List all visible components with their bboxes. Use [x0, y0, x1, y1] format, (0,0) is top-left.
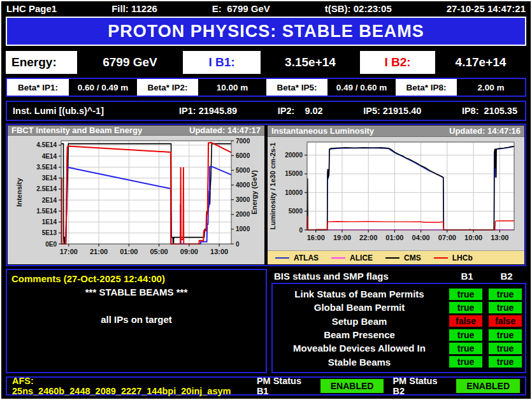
beta-ip2-label: Beta* IP2:: [137, 79, 198, 96]
svg-text:1E14: 1E14: [42, 218, 57, 225]
comments-line2: all IPs on target: [11, 314, 261, 325]
bis-row-global-permit: Global Beam Permit true true: [273, 302, 525, 313]
svg-text:4000: 4000: [236, 182, 250, 189]
comments-box: Comments (27-Oct-2025 12:44:00) *** STAB…: [6, 269, 267, 373]
svg-text:Intensity: Intensity: [15, 178, 23, 207]
lumi-ip5: IP5: 21915.40: [363, 106, 421, 116]
svg-text:3E14: 3E14: [42, 175, 57, 182]
top-status-bar: LHC Page1 Fill: 11226 E: 6799 GeV t(SB):…: [1, 1, 531, 15]
fill-number: Fill: 11226: [111, 3, 157, 14]
beta-star-row: Beta* IP1: 0.60 / 0.49 m Beta* IP2: 10.0…: [6, 78, 526, 97]
svg-text:0: 0: [299, 227, 303, 234]
bis-col-b1: B1: [447, 271, 487, 282]
lumi-ip8: IP8: 2105.35: [462, 106, 517, 116]
bis-row-stable-beams: Stable Beams true true: [273, 356, 525, 368]
comments-line1: *** STABLE BEAMS ***: [11, 287, 261, 297]
status-badge: true: [449, 356, 482, 368]
svg-text:3.5E14: 3.5E14: [36, 164, 57, 171]
fbct-chart-header: FBCT Intensity and Beam Energy Updated: …: [8, 125, 264, 136]
energy-intensity-row: Energy: 6799 GeV I B1: 3.15e+14 I B2: 4.…: [6, 51, 526, 74]
bis-col-b2: B2: [487, 271, 526, 282]
bis-row-link-status: Link Status of Beam Permits true true: [273, 289, 525, 300]
svg-text:5000: 5000: [236, 167, 250, 174]
inst-lumi-label: Inst. Lumi [(ub.s)^-1]: [7, 106, 179, 116]
bottom-section: Comments (27-Oct-2025 12:44:00) *** STAB…: [6, 269, 526, 373]
svg-text:5E13: 5E13: [42, 229, 57, 236]
beta-ip5-value: 0.49 / 0.60 m: [327, 79, 396, 96]
lumi-ip2: IP2: 9.02: [278, 106, 323, 116]
status-badge: true: [489, 356, 522, 368]
svg-text:07:00: 07:00: [438, 234, 456, 241]
svg-text:6000: 6000: [236, 152, 250, 159]
svg-text:04:00: 04:00: [412, 234, 430, 241]
svg-text:21:00: 21:00: [90, 248, 108, 255]
beam1-intensity-label: I B1:: [183, 51, 261, 74]
fbct-chart: 17:0021:0001:0005:0009:0013:000E05E131E1…: [8, 136, 262, 262]
fbct-chart-panel: FBCT Intensity and Beam Energy Updated: …: [8, 125, 264, 264]
fbct-chart-updated: Updated: 14:47:17: [189, 125, 261, 135]
beta-ip8-label: Beta* IP8:: [396, 79, 457, 96]
svg-text:22:00: 22:00: [359, 234, 377, 241]
inst-lumi-row: Inst. Lumi [(ub.s)^-1] IP1: 21945.89 IP2…: [6, 101, 526, 121]
svg-text:10000: 10000: [285, 189, 303, 196]
legend-item-alice: ALICE: [331, 254, 373, 262]
svg-text:10:00: 10:00: [464, 234, 482, 241]
status-badge: true: [489, 289, 522, 300]
svg-text:4.5E14: 4.5E14: [36, 141, 57, 148]
status-badge: true: [449, 289, 482, 300]
beam1-intensity-value: 3.15e+14: [261, 51, 360, 74]
beta-ip8-value: 2.00 m: [457, 79, 525, 96]
svg-text:09:00: 09:00: [180, 248, 198, 255]
bis-row-setup-beam: Setup Beam false false: [273, 315, 525, 327]
svg-text:3000: 3000: [236, 196, 250, 203]
legend-dash-icon: [331, 257, 345, 259]
svg-text:20000: 20000: [285, 152, 303, 159]
app-title: LHC Page1: [6, 3, 57, 14]
beta-ip5-label: Beta* IP5:: [266, 79, 327, 96]
lumi-chart: 16:0019:0022:0001:0004:0007:0010:0013:00…: [268, 137, 522, 248]
status-badge: true: [489, 329, 522, 341]
energy-value: 6799 GeV: [77, 51, 183, 74]
svg-text:2E14: 2E14: [42, 197, 57, 204]
status-badge: true: [449, 329, 482, 341]
svg-text:05:00: 05:00: [150, 248, 168, 255]
fbct-chart-title: FBCT Intensity and Beam Energy: [11, 125, 142, 135]
svg-text:13:00: 13:00: [491, 234, 508, 241]
lumi-chart-header: Instantaneous Luminosity Updated: 14:47:…: [268, 125, 524, 137]
legend-item-cms: CMS: [385, 254, 421, 262]
pm-status-b2-label: PM Status B2: [392, 376, 450, 396]
bis-flags-box: Link Status of Beam Permits true true Gl…: [271, 283, 526, 373]
lumi-chart-legend: ATLASALICECMSLHCb: [268, 250, 524, 264]
svg-text:01:00: 01:00: [385, 234, 403, 241]
svg-text:17:00: 17:00: [60, 248, 78, 255]
svg-text:1.5E14: 1.5E14: [36, 208, 57, 215]
bis-title: BIS status and SMP flags: [271, 271, 447, 282]
svg-text:0E0: 0E0: [45, 241, 57, 248]
svg-text:2.5E14: 2.5E14: [36, 185, 57, 192]
lumi-chart-title: Instantaneous Luminosity: [271, 126, 374, 136]
beam-energy-readout: E: 6799 GeV: [212, 3, 270, 14]
svg-text:Luminosity / 1e30 cm-2s-1: Luminosity / 1e30 cm-2s-1: [269, 143, 277, 230]
status-badge: true: [449, 343, 482, 354]
lumi-chart-panel: Instantaneous Luminosity Updated: 14:47:…: [268, 125, 524, 264]
svg-text:19:00: 19:00: [333, 234, 351, 241]
bis-row-beam-presence: Beam Presence true true: [273, 329, 525, 341]
lumi-ip1: IP1: 21945.89: [179, 106, 237, 116]
time-in-stable-beams: t(SB): 02:23:05: [325, 3, 392, 14]
footer-row: AFS: 25ns_2460b_2448_2089_2227_144bpi_20…: [6, 376, 526, 396]
status-badge: false: [449, 315, 482, 327]
legend-dash-icon: [275, 257, 289, 259]
svg-text:15000: 15000: [285, 171, 303, 178]
beam2-intensity-label: I B2:: [360, 51, 435, 74]
pm-status-b1-label: PM Status B1: [257, 376, 314, 396]
legend-dash-icon: [385, 257, 399, 259]
page-title: PROTON PHYSICS: STABLE BEAMS: [108, 22, 424, 41]
svg-text:0: 0: [236, 241, 240, 248]
status-badge: true: [449, 302, 482, 313]
pm-status-b2-badge: ENABLED: [456, 379, 520, 393]
svg-text:1000: 1000: [236, 225, 250, 232]
beam-mode-banner: PROTON PHYSICS: STABLE BEAMS: [6, 17, 526, 46]
bis-panel: BIS status and SMP flags B1 B2 Link Stat…: [271, 269, 526, 373]
beta-ip1-label: Beta* IP1:: [7, 79, 69, 96]
svg-text:4E14: 4E14: [42, 153, 57, 160]
